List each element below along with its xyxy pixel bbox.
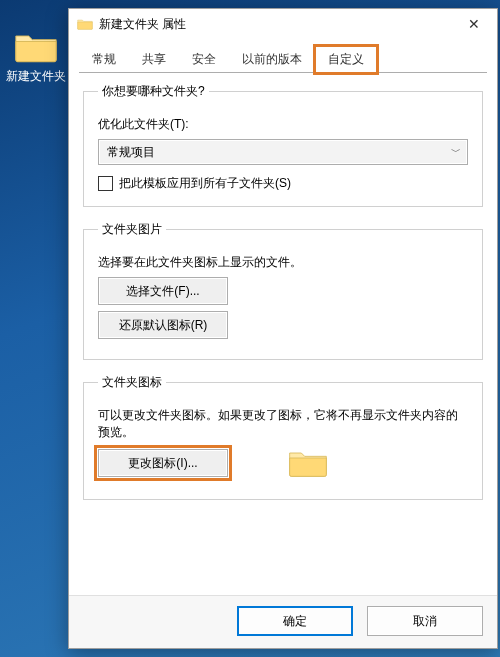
group-folder-type-legend: 你想要哪种文件夹? — [98, 83, 209, 100]
change-icon-button[interactable]: 更改图标(I)... — [98, 449, 228, 477]
tab-general[interactable]: 常规 — [79, 46, 129, 73]
group-folder-picture-legend: 文件夹图片 — [98, 221, 166, 238]
desktop-background: 新建文件夹 新建文件夹 属性 ✕ 常规 共享 安全 以前的版本 自定义 你想要哪… — [0, 0, 500, 657]
folder-icon-preview — [288, 447, 328, 479]
desktop-folder-shortcut[interactable]: 新建文件夹 — [6, 30, 66, 85]
titlebar-folder-icon — [77, 17, 93, 31]
optimize-dropdown[interactable]: 常规项目 ﹀ — [98, 139, 468, 165]
tab-strip: 常规 共享 安全 以前的版本 自定义 — [69, 39, 497, 72]
folder-icon-description: 可以更改文件夹图标。如果更改了图标，它将不再显示文件夹内容的预览。 — [98, 407, 468, 441]
titlebar[interactable]: 新建文件夹 属性 ✕ — [69, 9, 497, 39]
folder-icon — [14, 30, 58, 64]
close-button[interactable]: ✕ — [451, 9, 497, 39]
dialog-title: 新建文件夹 属性 — [99, 16, 451, 33]
choose-file-button[interactable]: 选择文件(F)... — [98, 277, 228, 305]
chevron-down-icon: ﹀ — [451, 145, 461, 159]
restore-default-icon-button[interactable]: 还原默认图标(R) — [98, 311, 228, 339]
properties-dialog: 新建文件夹 属性 ✕ 常规 共享 安全 以前的版本 自定义 你想要哪种文件夹? … — [68, 8, 498, 649]
apply-subfolders-row[interactable]: 把此模板应用到所有子文件夹(S) — [98, 175, 468, 192]
group-folder-icon-legend: 文件夹图标 — [98, 374, 166, 391]
tab-sharing[interactable]: 共享 — [129, 46, 179, 73]
close-icon: ✕ — [468, 16, 480, 32]
tab-security[interactable]: 安全 — [179, 46, 229, 73]
desktop-folder-label: 新建文件夹 — [6, 68, 66, 85]
ok-button[interactable]: 确定 — [237, 606, 353, 636]
cancel-button[interactable]: 取消 — [367, 606, 483, 636]
tab-customize[interactable]: 自定义 — [315, 46, 377, 73]
tab-previous[interactable]: 以前的版本 — [229, 46, 315, 73]
apply-subfolders-label: 把此模板应用到所有子文件夹(S) — [119, 175, 291, 192]
dialog-footer: 确定 取消 — [69, 595, 497, 648]
group-folder-type: 你想要哪种文件夹? 优化此文件夹(T): 常规项目 ﹀ 把此模板应用到所有子文件… — [83, 83, 483, 207]
optimize-dropdown-value: 常规项目 — [107, 144, 155, 161]
folder-picture-description: 选择要在此文件夹图标上显示的文件。 — [98, 254, 468, 271]
group-folder-icon: 文件夹图标 可以更改文件夹图标。如果更改了图标，它将不再显示文件夹内容的预览。 … — [83, 374, 483, 500]
customize-sheet: 你想要哪种文件夹? 优化此文件夹(T): 常规项目 ﹀ 把此模板应用到所有子文件… — [69, 73, 497, 595]
optimize-label: 优化此文件夹(T): — [98, 116, 468, 133]
group-folder-picture: 文件夹图片 选择要在此文件夹图标上显示的文件。 选择文件(F)... 还原默认图… — [83, 221, 483, 360]
apply-subfolders-checkbox[interactable] — [98, 176, 113, 191]
